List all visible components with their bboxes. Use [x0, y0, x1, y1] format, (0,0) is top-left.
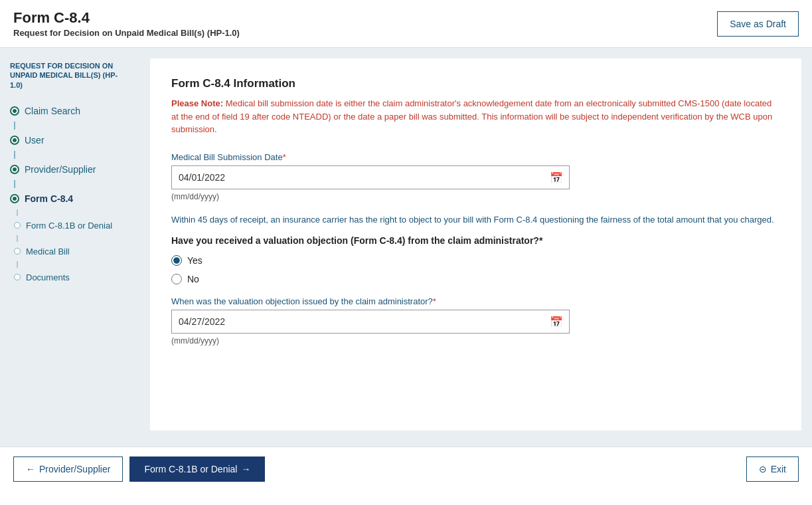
sidebar-connector-2	[14, 151, 15, 159]
sidebar-dot-provider	[10, 165, 19, 174]
sidebar-sub-documents[interactable]: Documents	[10, 268, 129, 287]
sidebar-section-title: REQUEST FOR DECISION ON UNPAID MEDICAL B…	[10, 61, 129, 90]
form-title: Form C-8.4 Information	[171, 77, 780, 90]
valuation-no-radio[interactable]	[171, 274, 182, 284]
sidebar-link-user[interactable]: User	[25, 135, 44, 146]
sidebar-small-dot-medical-bill	[14, 248, 21, 254]
sidebar-sub-connector-1	[17, 209, 18, 216]
page-header: Form C-8.4 Request for Decision on Unpai…	[0, 0, 812, 48]
required-asterisk-3: *	[433, 296, 436, 306]
valuation-no-option[interactable]: No	[171, 274, 780, 284]
sidebar-sub-medical-bill[interactable]: Medical Bill	[10, 242, 129, 261]
content-area: Form C-8.4 Information Please Note: Medi…	[139, 48, 812, 447]
sidebar-small-dot-documents	[14, 274, 21, 280]
sidebar: REQUEST FOR DECISION ON UNPAID MEDICAL B…	[0, 48, 139, 447]
form-card: Form C-8.4 Information Please Note: Medi…	[150, 58, 801, 431]
exit-label: Exit	[771, 464, 786, 474]
next-label: Form C-8.1B or Denial	[144, 464, 237, 474]
sidebar-dot-user	[10, 136, 19, 145]
back-button[interactable]: ← Provider/Supplier	[13, 456, 123, 482]
medical-bill-date-format: (mm/dd/yyyy)	[171, 192, 780, 201]
info-text: Within 45 days of receipt, an insurance …	[171, 213, 780, 227]
medical-bill-date-input[interactable]	[171, 165, 570, 189]
page-subtitle: Request for Decision on Unpaid Medical B…	[13, 28, 240, 38]
sidebar-link-c81b[interactable]: Form C-8.1B or Denial	[26, 221, 112, 231]
sidebar-item-form-c84[interactable]: Form C-8.4	[10, 188, 129, 209]
sidebar-label-form-c84: Form C-8.4	[25, 193, 73, 204]
form-note: Please Note: Medical bill submission dat…	[171, 97, 780, 136]
sidebar-item-provider-supplier[interactable]: Provider/Supplier	[10, 159, 129, 180]
sidebar-sub-connector-3	[17, 261, 18, 268]
next-arrow-icon: →	[241, 464, 250, 474]
back-label: Provider/Supplier	[39, 464, 110, 474]
sidebar-link-medical-bill[interactable]: Medical Bill	[26, 247, 70, 256]
sidebar-item-claim-search[interactable]: Claim Search	[10, 100, 129, 122]
sidebar-small-dot-c81b	[14, 222, 21, 229]
next-button[interactable]: Form C-8.1B or Denial →	[129, 456, 265, 482]
objection-date-format: (mm/dd/yyyy)	[171, 336, 780, 346]
page-title: Form C-8.4	[13, 9, 240, 27]
valuation-yes-radio[interactable]	[171, 255, 182, 266]
note-body: Medical bill submission date is either t…	[171, 98, 772, 134]
back-arrow-icon: ←	[26, 464, 35, 474]
sidebar-connector-3	[14, 180, 15, 188]
objection-date-label: When was the valuation objection issued …	[171, 296, 780, 306]
sidebar-connector-1	[14, 122, 15, 130]
valuation-question: Have you received a valuation objection …	[171, 235, 780, 246]
objection-date-wrapper: 📅	[171, 310, 570, 334]
sidebar-link-provider[interactable]: Provider/Supplier	[25, 164, 96, 175]
medical-bill-date-wrapper: 📅	[171, 165, 570, 189]
sidebar-dot-form-c84	[10, 194, 19, 203]
exit-button[interactable]: ⊝ Exit	[746, 456, 799, 482]
sidebar-link-claim-search[interactable]: Claim Search	[25, 106, 80, 116]
sidebar-item-user[interactable]: User	[10, 130, 129, 151]
objection-date-input[interactable]	[171, 310, 570, 334]
footer-nav: ← Provider/Supplier Form C-8.1B or Denia…	[0, 447, 812, 491]
valuation-yes-label[interactable]: Yes	[187, 255, 203, 266]
exit-icon: ⊝	[759, 464, 767, 474]
valuation-no-label[interactable]: No	[187, 274, 199, 284]
note-label: Please Note:	[171, 98, 223, 108]
medical-bill-date-label: Medical Bill Submission Date*	[171, 152, 780, 162]
header-title-section: Form C-8.4 Request for Decision on Unpai…	[13, 9, 240, 38]
sidebar-link-documents[interactable]: Documents	[26, 272, 70, 282]
valuation-radio-group: Yes No	[171, 255, 780, 284]
footer-left: ← Provider/Supplier Form C-8.1B or Denia…	[13, 456, 265, 482]
sidebar-dot-claim-search	[10, 106, 19, 116]
main-layout: REQUEST FOR DECISION ON UNPAID MEDICAL B…	[0, 48, 812, 447]
sidebar-sub-form-c81b[interactable]: Form C-8.1B or Denial	[10, 216, 129, 235]
valuation-yes-option[interactable]: Yes	[171, 255, 780, 266]
required-asterisk-2: *	[539, 235, 542, 246]
required-asterisk-1: *	[283, 152, 286, 162]
save-draft-button[interactable]: Save as Draft	[717, 11, 799, 37]
sidebar-sub-connector-2	[17, 235, 18, 242]
